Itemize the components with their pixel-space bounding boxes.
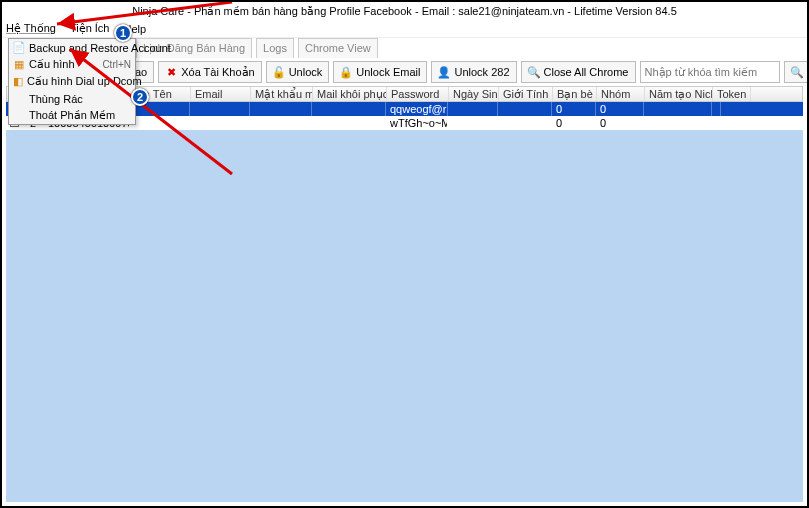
cell-token (712, 102, 721, 116)
annotation-arrow-2 (2, 34, 302, 184)
cell-nhom: 0 (596, 102, 644, 116)
col-namtao[interactable]: Năm tạo Nick (645, 87, 713, 101)
magnify-icon: 🔍 (528, 66, 540, 78)
col-gioitinh[interactable]: Giới Tính (499, 87, 553, 101)
unlock-282-button[interactable]: 👤Unlock 282 (431, 61, 516, 83)
cell-namtao (644, 102, 712, 116)
col-password[interactable]: Password (387, 87, 449, 101)
btn-label: Unlock 282 (454, 66, 509, 78)
btn-label: Unlock Email (356, 66, 420, 78)
search-icon: 🔍 (791, 66, 803, 78)
cell-banbe: 0 (552, 102, 596, 116)
close-all-chrome-button[interactable]: 🔍Close All Chrome (521, 61, 636, 83)
cell-ngaysinh (448, 116, 498, 130)
search-button[interactable]: 🔍Seach (784, 61, 810, 83)
cell-mkphuc (312, 102, 386, 116)
cell-banbe: 0 (552, 116, 596, 130)
tab-chrome-view[interactable]: Chrome View (298, 38, 378, 58)
cell-token (712, 116, 721, 130)
unlock-email-icon: 🔒 (340, 66, 352, 78)
cell-gioitinh (498, 102, 552, 116)
search-input[interactable] (640, 61, 780, 83)
cell-gioitinh (498, 116, 552, 130)
col-banbe[interactable]: Bạn bè (553, 87, 597, 101)
cell-ngaysinh (448, 102, 498, 116)
annotation-badge-1: 1 (114, 24, 132, 42)
col-mkphuc[interactable]: Mail khôi phục (313, 87, 387, 101)
cell-namtao (644, 116, 712, 130)
col-token[interactable]: Token (713, 87, 751, 101)
svg-line-0 (57, 2, 232, 24)
cell-mkphuc (312, 116, 386, 130)
col-ngaysinh[interactable]: Ngày Sinh (449, 87, 499, 101)
cell-nhom: 0 (596, 116, 644, 130)
col-nhom[interactable]: Nhóm (597, 87, 645, 101)
cell-password: qqweogf@ra#68… (386, 102, 448, 116)
annotation-badge-2: 2 (131, 88, 149, 106)
btn-label: Close All Chrome (544, 66, 629, 78)
person-icon: 👤 (438, 66, 450, 78)
svg-line-1 (70, 49, 232, 174)
cell-password: wTfGh~o~MVf#… (386, 116, 448, 130)
unlock-email-button[interactable]: 🔒Unlock Email (333, 61, 427, 83)
